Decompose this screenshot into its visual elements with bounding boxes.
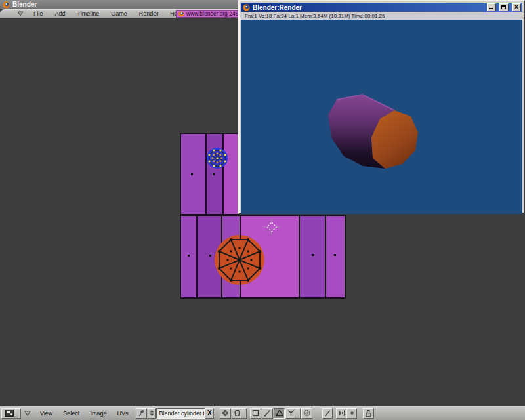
falloff-menu-notch [241,409,245,418]
version-text: www.blender.org 246 [186,10,238,17]
image-editor-icon [5,410,14,417]
render-window-titlebar[interactable]: Blender:Render × [241,3,522,12]
edge-select-button[interactable] [262,408,273,419]
image-name-field[interactable]: Blender cylinder text [156,408,205,419]
window-type-button[interactable] [1,408,21,419]
blender-logo-icon [243,4,250,11]
unlink-image-button[interactable]: X [205,408,214,419]
menu-select[interactable]: Select [58,409,85,418]
blender-logo-icon [3,1,10,9]
uv-cap-fan-selected [207,148,228,169]
face-select-button[interactable] [274,408,285,419]
island-select-button[interactable] [285,408,301,419]
omega-icon [234,410,241,417]
maximize-button[interactable] [499,3,509,11]
island-menu-notch [295,409,299,418]
minimize-icon [489,8,493,9]
clover-icon [222,410,229,417]
uv-island-bottom [180,215,346,299]
lock-icon [365,410,372,417]
drawtype-dot-button[interactable] [346,408,357,419]
rendered-cylinder [241,20,522,214]
uv-editor-header: View Select Image UVs Blender cylinder t… [0,406,525,420]
bowtie-icon [338,410,345,417]
render-stats-text: Fra:1 Ve:18 Fa:24 La:1 Mem:3.54M (10.31M… [245,13,385,19]
app-title: Blender [12,1,37,9]
maximize-icon [501,5,506,9]
browse-icon [150,410,154,417]
render-result-image [241,20,522,214]
collapse-menus-icon[interactable] [17,11,24,16]
edge-select-icon [264,410,271,417]
close-icon: × [513,3,520,11]
render-window-title: Blender:Render [253,4,484,11]
menu-render[interactable]: Render [133,10,165,18]
lock-update-button[interactable] [363,408,374,419]
minimize-button[interactable] [487,3,496,11]
menu-game[interactable]: Game [105,10,133,18]
menu-add[interactable]: Add [49,10,72,18]
island-select-icon [287,410,295,417]
paint-button[interactable] [322,408,333,419]
collapse-menus-icon[interactable] [24,411,31,416]
vertex-select-button[interactable] [250,408,261,419]
drawtype-solid-button[interactable] [336,408,346,419]
hatched-circle-icon [303,410,310,417]
menu-image[interactable]: Image [85,409,112,418]
proportional-edit-button[interactable] [301,408,312,419]
pin-image-button[interactable] [136,408,147,419]
render-stats-bar: Fra:1 Ve:18 Fa:24 La:1 Mem:3.54M (10.31M… [241,12,522,20]
pin-icon [138,410,145,417]
pencil-icon [324,410,331,417]
browse-image-button[interactable] [148,408,156,419]
menu-timeline[interactable]: Timeline [72,10,106,18]
close-button[interactable]: × [512,3,521,11]
dot-icon [348,410,356,417]
uv-island-top-strips [180,133,239,215]
version-badge: www.blender.org 246 [176,10,248,18]
face-select-icon [276,410,284,417]
menu-view[interactable]: View [35,409,58,418]
sticky-select-button[interactable] [220,408,231,419]
menu-uvs[interactable]: UVs [112,409,133,418]
window-type-menu-notch [14,409,18,418]
falloff-menu-button[interactable] [232,408,247,419]
vertex-select-icon [252,410,259,417]
render-window[interactable]: Blender:Render × Fra:1 Ve:18 Fa:24 La:1 … [238,0,525,214]
menu-file[interactable]: File [28,10,49,18]
blender-logo-icon [178,11,184,17]
